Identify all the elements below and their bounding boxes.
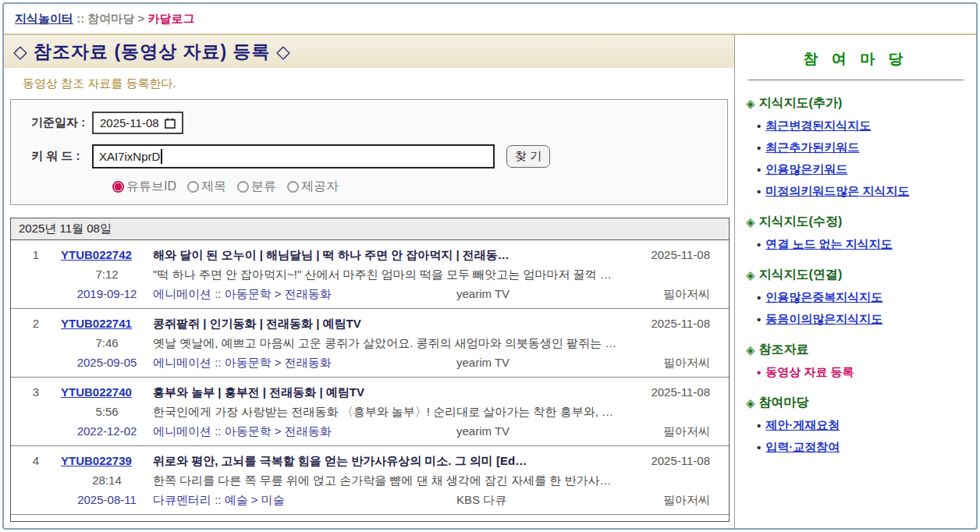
table-row: 1 YTUB022742 해와 달이 된 오누이 | 해님달님 | 떡 하나 주… xyxy=(11,240,729,309)
diamond-icon xyxy=(746,396,755,410)
breadcrumb-separator: :: xyxy=(76,12,84,25)
upload-date: 2022-12-02 xyxy=(61,421,153,441)
video-category: 에니메이션 :: 아동문학 > 전래동화 xyxy=(153,284,456,303)
bullet-icon xyxy=(757,185,761,198)
breadcrumb-separator-2: > xyxy=(138,12,145,25)
partial-row xyxy=(11,515,729,521)
row-number: 3 xyxy=(11,382,61,402)
sidebar-item-most-cited-duplicate-maps[interactable]: 인용많은중복지식지도 xyxy=(757,290,965,305)
sidebar-item-recently-added-keywords[interactable]: 최근추가된키워드 xyxy=(757,140,965,155)
video-provider: yearim TV xyxy=(456,421,624,441)
page-title: ◇ 참조자료 (동영상 자료) 등록 ◇ xyxy=(4,35,734,68)
video-duration: 7:46 xyxy=(61,333,153,353)
bullet-icon xyxy=(757,163,761,176)
keyword-input[interactable]: XAI7ixNprD xyxy=(92,144,495,168)
results-date-header: 2025년 11월 08일 xyxy=(11,218,729,240)
diamond-icon xyxy=(746,215,755,229)
bullet-icon xyxy=(757,141,761,154)
video-description: 옛날 옛날에, 예쁘고 마음씨 고운 콩쥐가 살았어요. 콩쥐의 새엄마와 의붓… xyxy=(153,333,710,353)
sidebar-item-recently-changed-maps[interactable]: 최근변경된지식지도 xyxy=(757,119,965,133)
video-duration: 28:14 xyxy=(61,470,153,490)
table-row: 2 YTUB022741 콩쥐팥쥐 | 인기동화 | 전래동화 | 예림TV 2… xyxy=(11,309,729,378)
main-column: ◇ 참조자료 (동영상 자료) 등록 ◇ 동영상 참조 자료를 등록한다. 기준… xyxy=(4,35,735,530)
sidebar-item-no-linked-node-maps[interactable]: 연결 노드 없는 지식지도 xyxy=(757,237,965,252)
upload-date: 2025-09-05 xyxy=(61,353,153,372)
radio-title[interactable]: 제목 xyxy=(187,179,226,195)
video-provider: yearim TV xyxy=(456,284,624,303)
list-date: 2025-11-08 xyxy=(624,382,710,402)
sidebar-section-participation: 참여마당 제안·게재요청 입력·교정참여 xyxy=(746,395,965,455)
breadcrumb-current: 카달로그 xyxy=(147,12,194,25)
search-form: 기준일자 : 2025-11-08 키 워 드 : XAI7ixNprD 찾 기 xyxy=(10,99,728,205)
sidebar-item-input-proofreading[interactable]: 입력·교정참여 xyxy=(757,440,965,455)
video-duration: 7:12 xyxy=(61,264,153,284)
video-id-link[interactable]: YTUB022739 xyxy=(61,454,132,467)
diamond-icon xyxy=(746,97,755,111)
bullet-icon xyxy=(757,313,761,326)
video-category: 에니메이션 :: 아동문학 > 전래동화 xyxy=(153,353,456,372)
sidebar: 참 여 마 당 지식지도(추가) 최근변경된지식지도 최근추가된키워드 인용많은… xyxy=(735,35,976,530)
bullet-icon xyxy=(757,366,761,379)
bullet-icon xyxy=(757,441,761,454)
date-label: 기준일자 : xyxy=(31,115,92,130)
table-row: 3 YTUB022740 흥부와 놀부 | 흥부전 | 전래동화 | 예림TV … xyxy=(11,378,729,446)
keyword-value: XAI7ixNprD xyxy=(99,150,160,163)
sidebar-item-proposal-request[interactable]: 제안·게재요청 xyxy=(757,418,965,433)
keyword-label: 키 워 드 : xyxy=(31,149,92,164)
breadcrumb-section: 참여마당 xyxy=(87,12,134,25)
video-id-link[interactable]: YTUB022740 xyxy=(61,385,132,399)
video-provider: yearim TV xyxy=(456,353,624,372)
video-registrant: 필아저씨 xyxy=(624,421,710,441)
bullet-icon xyxy=(757,119,761,133)
radio-selected-icon xyxy=(112,181,124,193)
sidebar-item-most-cited-keywords[interactable]: 인용많은키워드 xyxy=(757,162,965,177)
radio-icon xyxy=(237,181,249,193)
sidebar-title: 참 여 마 당 xyxy=(746,49,965,69)
video-description: "떡 하나 주면 안 잡아먹지~!" 산에서 마주친 엄마의 떡을 모두 빼앗고… xyxy=(153,264,710,284)
video-title: 해와 달이 된 오누이 | 해님달님 | 떡 하나 주면 안 잡아먹지 | 전래… xyxy=(153,245,624,264)
video-category: 에니메이션 :: 아동문학 > 전래동화 xyxy=(153,421,456,441)
page-frame: 지식놀이터 :: 참여마당 > 카달로그 ◇ 참조자료 (동영상 자료) 등록 … xyxy=(2,2,978,530)
diamond-icon xyxy=(746,268,755,282)
video-description: 한쪽 다리를 다른 쪽 무릎 위에 얹고 손가락을 뺨에 댄 채 생각에 잠긴 … xyxy=(153,470,710,490)
row-number: 4 xyxy=(11,451,61,470)
sidebar-section-knowledge-map-edit: 지식지도(수정) 연결 노드 없는 지식지도 xyxy=(746,214,965,252)
upload-date: 2019-09-12 xyxy=(61,284,153,303)
calendar-icon[interactable] xyxy=(165,118,176,129)
radio-icon xyxy=(187,181,199,193)
page-subtitle: 동영상 참조 자료를 등록한다. xyxy=(4,68,734,99)
list-date: 2025-11-08 xyxy=(624,314,710,333)
sidebar-section-reference-data: 참조자료 동영상 자료 등록 xyxy=(746,342,965,380)
radio-youtube-id[interactable]: 유튜브ID xyxy=(112,179,176,195)
video-registrant: 필아저씨 xyxy=(624,490,710,509)
table-row: 4 YTUB022739 위로와 평안, 고뇌를 극복할 힘을 얻는 반가사유상… xyxy=(11,446,729,515)
video-title: 흥부와 놀부 | 흥부전 | 전래동화 | 예림TV xyxy=(153,382,624,402)
video-description: 한국인에게 가장 사랑받는 전래동화 〈흥부와 놀부〉! 순리대로 살아가는 착… xyxy=(153,402,710,421)
video-id-link[interactable]: YTUB022742 xyxy=(61,248,132,261)
row-number: 2 xyxy=(11,314,61,333)
sidebar-section-knowledge-map-add: 지식지도(추가) 최근변경된지식지도 최근추가된키워드 인용많은키워드 미정의키… xyxy=(746,95,965,199)
video-provider: KBS 다큐 xyxy=(456,490,624,509)
sidebar-item-homonym-maps[interactable]: 동음이의많은지식지도 xyxy=(757,312,965,327)
sidebar-section-knowledge-map-link: 지식지도(연결) 인용많은중복지식지도 동음이의많은지식지도 xyxy=(746,267,965,327)
sidebar-item-video-data-register-active[interactable]: 동영상 자료 등록 xyxy=(757,365,965,380)
bullet-icon xyxy=(757,291,761,304)
row-number: 1 xyxy=(11,245,61,264)
video-category: 다큐멘터리 :: 예술 > 미술 xyxy=(153,490,456,509)
video-id-link[interactable]: YTUB022741 xyxy=(61,317,132,330)
list-date: 2025-11-08 xyxy=(624,451,710,470)
video-registrant: 필아저씨 xyxy=(624,284,710,303)
breadcrumb: 지식놀이터 :: 참여마당 > 카달로그 xyxy=(4,4,976,35)
list-date: 2025-11-08 xyxy=(624,245,710,264)
date-input[interactable]: 2025-11-08 xyxy=(92,112,183,134)
sidebar-item-undefined-keyword-maps[interactable]: 미정의키워드많은 지식지도 xyxy=(757,184,965,199)
video-title: 위로와 평안, 고뇌를 극복할 힘을 얻는 반가사유상의 미소. 그 의미 [E… xyxy=(153,451,624,470)
bullet-icon xyxy=(757,238,761,251)
radio-category[interactable]: 분류 xyxy=(237,179,276,195)
search-button[interactable]: 찾 기 xyxy=(506,145,550,168)
breadcrumb-home-link[interactable]: 지식놀이터 xyxy=(15,12,73,25)
sidebar-divider xyxy=(747,80,964,80)
upload-date: 2025-08-11 xyxy=(61,490,153,509)
radio-provider[interactable]: 제공자 xyxy=(287,179,339,195)
date-value: 2025-11-08 xyxy=(100,116,159,129)
